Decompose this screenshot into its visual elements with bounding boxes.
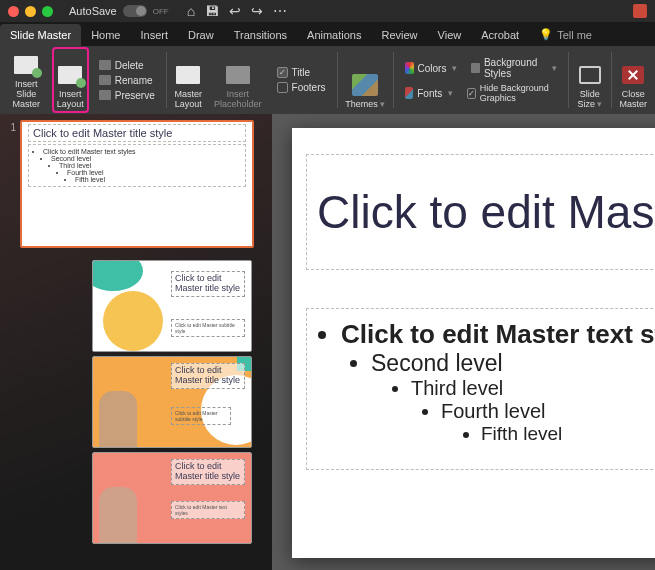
ribbon: Insert Slide Master Insert Layout Delete… [0, 46, 655, 114]
workspace: 1 Click to edit Master title style Click… [0, 114, 655, 570]
bullet-2: Second level [371, 350, 655, 377]
autosave-label: AutoSave [69, 5, 117, 17]
tab-tell-me[interactable]: 💡 Tell me [529, 23, 602, 46]
close-icon [622, 66, 644, 84]
title-check-label: Title [292, 67, 311, 78]
layout-plus-icon [58, 66, 82, 84]
bg-styles-label: Background Styles [484, 57, 546, 79]
master-number: 1 [6, 120, 16, 248]
save-icon[interactable]: 💾︎ [205, 3, 219, 19]
minimize-window-icon[interactable] [25, 6, 36, 17]
tab-view[interactable]: View [428, 24, 472, 46]
ribbon-tabs: Slide Master Home Insert Draw Transition… [0, 22, 655, 46]
background-group: Colors▾ Background Styles▾ Fonts▾ ✓Hide … [398, 48, 564, 112]
autosave-state: OFF [153, 7, 169, 16]
title-text: Click to edit Master title style [317, 185, 655, 239]
window-controls [8, 6, 53, 17]
bullet-4: Fourth level [441, 400, 655, 423]
layout3-sub: Click to edit Master text styles [175, 504, 241, 516]
tab-transitions[interactable]: Transitions [224, 24, 297, 46]
close-master-label: Close Master [619, 90, 647, 110]
tab-acrobat[interactable]: Acrobat [471, 24, 529, 46]
title-placeholder[interactable]: Click to edit Master title style [306, 154, 655, 270]
quick-access-toolbar: ⌂ 💾︎ ↩ ↪ ⋯ [187, 3, 287, 19]
colors-label: Colors [418, 63, 447, 74]
tab-draw[interactable]: Draw [178, 24, 224, 46]
redo-icon[interactable]: ↪ [251, 3, 263, 19]
close-master-button[interactable]: Close Master [615, 48, 651, 112]
tab-slide-master[interactable]: Slide Master [0, 24, 81, 46]
delete-button[interactable]: Delete [96, 59, 158, 72]
fonts-icon [405, 87, 414, 99]
tab-home[interactable]: Home [81, 24, 130, 46]
preserve-label: Preserve [115, 90, 155, 101]
app-badge-icon [633, 4, 647, 18]
thumb-title: Click to edit Master title style [28, 124, 246, 142]
layout2-title: Click to edit Master title style [175, 366, 241, 386]
title-checkbox[interactable]: ✓Title [274, 66, 329, 79]
editor-canvas-area[interactable]: Click to edit Master title style Click t… [272, 114, 655, 570]
fonts-label: Fonts [417, 88, 442, 99]
insert-placeholder-button: Insert Placeholder [210, 48, 266, 112]
body-placeholder[interactable]: Click to edit Master text styles Second … [306, 308, 655, 470]
lightbulb-icon: 💡 [539, 28, 553, 41]
autosave-toggle[interactable]: AutoSave OFF [69, 5, 169, 17]
themes-button[interactable]: Themes▾ [341, 48, 389, 112]
bg-styles-icon [471, 63, 480, 73]
insert-layout-label: Insert Layout [57, 90, 84, 110]
delete-icon [99, 60, 111, 70]
insert-placeholder-label: Insert Placeholder [214, 90, 262, 110]
close-window-icon[interactable] [8, 6, 19, 17]
slide-size-button[interactable]: Slide Size▾ [573, 48, 607, 112]
slide-size-icon [579, 66, 601, 84]
preserve-button[interactable]: Preserve [96, 89, 158, 102]
edit-master-group: Delete Rename Preserve [92, 48, 162, 112]
thumbnail-panel[interactable]: 1 Click to edit Master title style Click… [0, 114, 272, 570]
master-thumbnail-row: 1 Click to edit Master title style Click… [6, 120, 266, 248]
footers-checkbox[interactable]: Footers [274, 81, 329, 94]
themes-label: Themes▾ [345, 100, 385, 110]
layout3-title: Click to edit Master title style [175, 462, 241, 482]
master-layout-icon [176, 66, 200, 84]
themes-icon [352, 74, 378, 96]
master-layout-label: Master Layout [175, 90, 203, 110]
placeholder-icon [226, 66, 250, 84]
slide-canvas[interactable]: Click to edit Master title style Click t… [292, 128, 655, 558]
insert-layout-button[interactable]: Insert Layout [53, 48, 88, 112]
colors-icon [405, 62, 414, 74]
layout1-accent-icon [93, 261, 163, 352]
rename-icon [99, 75, 111, 85]
preserve-icon [99, 90, 111, 100]
autosave-switch-icon[interactable] [123, 5, 147, 17]
tab-insert[interactable]: Insert [130, 24, 178, 46]
fonts-button[interactable]: Fonts▾ ✓Hide Background Graphics [402, 82, 560, 104]
rename-button[interactable]: Rename [96, 74, 158, 87]
layout-thumbnail-1[interactable]: Click to edit Master title style Click t… [92, 260, 252, 352]
colors-button[interactable]: Colors▾ Background Styles▾ [402, 56, 560, 80]
home-icon[interactable]: ⌂ [187, 3, 195, 19]
slide-size-label: Slide Size▾ [577, 90, 602, 110]
layout1-title: Click to edit Master title style [175, 274, 241, 294]
insert-slide-master-button[interactable]: Insert Slide Master [4, 48, 49, 112]
tab-animations[interactable]: Animations [297, 24, 371, 46]
rename-label: Rename [115, 75, 153, 86]
tell-me-label: Tell me [557, 29, 592, 41]
master-layout-button[interactable]: Master Layout [171, 48, 207, 112]
layout-thumbnail-3[interactable]: Click to edit Master title style Click t… [92, 452, 252, 544]
bullet-5: Fifth level [481, 423, 655, 445]
checkbox-off-icon [277, 82, 288, 93]
slide-plus-icon [14, 56, 38, 74]
layout1-sub: Click to edit Master subtitle style [175, 322, 241, 334]
tab-review[interactable]: Review [371, 24, 427, 46]
undo-icon[interactable]: ↩ [229, 3, 241, 19]
master-thumbnail[interactable]: Click to edit Master title style Click t… [20, 120, 254, 248]
more-icon[interactable]: ⋯ [273, 3, 287, 19]
thumb-body: Click to edit Master text styles Second … [28, 144, 246, 187]
layout3-person-icon [99, 487, 137, 543]
placeholder-toggles: ✓Title Footers [270, 48, 333, 112]
layout-thumbnail-2[interactable]: Click to edit Master title style Click t… [92, 356, 252, 448]
zoom-window-icon[interactable] [42, 6, 53, 17]
insert-slide-master-label: Insert Slide Master [8, 80, 45, 110]
layout2-sub: Click to edit Master subtitle style [175, 410, 227, 422]
bullet-3: Third level [411, 377, 655, 400]
